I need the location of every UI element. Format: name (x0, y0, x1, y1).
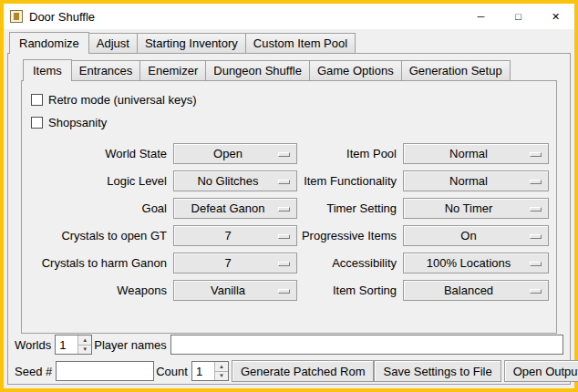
retro-mode-label: Retro mode (universal keys) (48, 93, 197, 107)
count-spin-buttons: ▲ ▼ (214, 362, 228, 380)
weapons-value: Vanilla (174, 284, 278, 297)
worlds-spin-down-icon[interactable]: ▼ (78, 345, 91, 355)
logic-level-value: No Glitches (174, 174, 278, 188)
progressive-items-dropdown[interactable]: On (403, 225, 549, 246)
world-state-value: Open (174, 147, 278, 160)
tab-game-options[interactable]: Game Options (309, 60, 402, 80)
minimize-icon: ─ (478, 11, 485, 22)
timer-setting-dropdown[interactable]: No Timer (403, 198, 549, 219)
shopsanity-label: Shopsanity (48, 116, 107, 129)
worlds-input[interactable] (56, 335, 77, 354)
dropdown-indicator-icon (278, 234, 290, 239)
tab-entrances[interactable]: Entrances (71, 60, 141, 80)
worlds-spin-up-icon[interactable]: ▲ (78, 335, 91, 345)
weapons-dropdown[interactable]: Vanilla (173, 280, 297, 301)
player-names-label: Player names (92, 338, 170, 352)
accessibility-value: 100% Locations (404, 256, 530, 270)
player-names-input[interactable] (170, 335, 563, 355)
worlds-spin-buttons: ▲ ▼ (77, 335, 91, 354)
item-pool-value: Normal (404, 147, 530, 160)
logic-level-label: Logic Level (29, 174, 173, 188)
progressive-items-label: Progressive Items (297, 229, 403, 242)
tab-adjust[interactable]: Adjust (88, 33, 138, 53)
seed-input[interactable] (56, 361, 154, 381)
tab-items[interactable]: Items (23, 59, 72, 81)
dropdown-indicator-icon (278, 289, 290, 294)
close-icon: ✕ (552, 11, 560, 23)
timer-setting-value: No Timer (404, 201, 530, 215)
tab-custom-item-pool[interactable]: Custom Item Pool (245, 33, 356, 53)
inner-tab-strip: Items Entrances Enemizer Dungeon Shuffle… (21, 59, 557, 80)
outer-notebook: Randomize Adjust Starting Inventory Cust… (7, 32, 571, 385)
item-sorting-dropdown[interactable]: Balanced (403, 280, 549, 301)
generate-patched-rom-button[interactable]: Generate Patched Rom (232, 360, 375, 382)
item-sorting-label: Item Sorting (297, 284, 403, 297)
tab-generation-setup[interactable]: Generation Setup (401, 60, 511, 80)
seed-row: Seed # Count ▲ ▼ Generate Patched Rom Sa… (13, 360, 565, 382)
goal-value: Defeat Ganon (174, 201, 278, 215)
save-settings-button[interactable]: Save Settings to File (374, 360, 501, 382)
close-button[interactable]: ✕ (537, 4, 574, 29)
dropdown-indicator-icon (278, 207, 290, 211)
crystals-open-gt-value: 7 (174, 229, 278, 242)
item-sorting-value: Balanced (404, 284, 530, 297)
door-shuffle-window: Door Shuffle ─ □ ✕ Randomize Adjust Star… (0, 0, 578, 392)
count-spin-down-icon[interactable]: ▼ (215, 371, 228, 381)
timer-setting-label: Timer Setting (297, 201, 403, 215)
dropdown-indicator-icon (530, 289, 542, 294)
item-pool-dropdown[interactable]: Normal (403, 143, 549, 164)
tab-enemizer[interactable]: Enemizer (139, 60, 206, 80)
count-label: Count (154, 365, 191, 378)
dropdown-indicator-icon (530, 152, 542, 157)
goal-label: Goal (29, 201, 173, 215)
dropdown-indicator-icon (278, 262, 290, 266)
inner-notebook: Items Entrances Enemizer Dungeon Shuffle… (21, 59, 557, 334)
crystals-harm-ganon-label: Crystals to harm Ganon (29, 256, 173, 270)
dropdown-indicator-icon (530, 207, 542, 211)
item-functionality-label: Item Functionality (297, 174, 403, 188)
options-column-right: Item Pool Normal Item Functionality Norm… (297, 139, 549, 304)
count-input[interactable] (192, 362, 214, 380)
dropdown-indicator-icon (530, 262, 542, 266)
crystals-open-gt-dropdown[interactable]: 7 (173, 225, 297, 246)
worlds-spinbox: ▲ ▼ (55, 335, 92, 355)
caption-buttons: ─ □ ✕ (462, 4, 574, 29)
progressive-items-value: On (404, 229, 530, 242)
window-title: Door Shuffle (29, 10, 95, 24)
items-tab-pane: Retro mode (universal keys) Shopsanity W… (21, 80, 557, 334)
dropdown-indicator-icon (278, 152, 290, 157)
weapons-label: Weapons (29, 284, 173, 297)
worlds-label: Worlds (13, 338, 55, 352)
crystals-harm-ganon-dropdown[interactable]: 7 (173, 253, 297, 273)
retro-mode-checkbox[interactable]: Retro mode (universal keys) (29, 88, 549, 111)
count-spinbox: ▲ ▼ (191, 361, 229, 381)
bottom-controls: Worlds ▲ ▼ Player names Seed # Count (13, 334, 565, 382)
retro-mode-checkbox-box (31, 94, 43, 106)
crystals-harm-ganon-value: 7 (174, 256, 278, 270)
dropdown-indicator-icon (278, 180, 290, 184)
randomize-tab-pane: Items Entrances Enemizer Dungeon Shuffle… (7, 53, 571, 385)
count-spin-up-icon[interactable]: ▲ (215, 362, 228, 371)
world-state-dropdown[interactable]: Open (173, 143, 297, 164)
item-functionality-value: Normal (404, 174, 530, 188)
shopsanity-checkbox[interactable]: Shopsanity (29, 111, 549, 134)
item-functionality-dropdown[interactable]: Normal (403, 170, 549, 191)
tab-dungeon-shuffle[interactable]: Dungeon Shuffle (205, 60, 310, 80)
crystals-open-gt-label: Crystals to open GT (29, 229, 173, 242)
logic-level-dropdown[interactable]: No Glitches (173, 170, 297, 191)
tab-randomize[interactable]: Randomize (9, 32, 89, 54)
item-pool-label: Item Pool (297, 147, 403, 160)
open-output-directory-button[interactable]: Open Output Directory (504, 360, 578, 382)
tab-starting-inventory[interactable]: Starting Inventory (137, 33, 246, 53)
title-bar: Door Shuffle ─ □ ✕ (4, 4, 574, 29)
app-icon (10, 10, 23, 23)
shopsanity-checkbox-box (31, 117, 43, 129)
seed-label: Seed # (13, 365, 56, 378)
accessibility-dropdown[interactable]: 100% Locations (403, 253, 549, 273)
minimize-button[interactable]: ─ (462, 4, 500, 29)
maximize-icon: □ (515, 11, 521, 22)
options-column-left: World State Open Logic Level No Glitches (29, 139, 297, 304)
goal-dropdown[interactable]: Defeat Ganon (173, 198, 297, 219)
dropdown-indicator-icon (530, 180, 542, 184)
maximize-button[interactable]: □ (500, 4, 537, 29)
